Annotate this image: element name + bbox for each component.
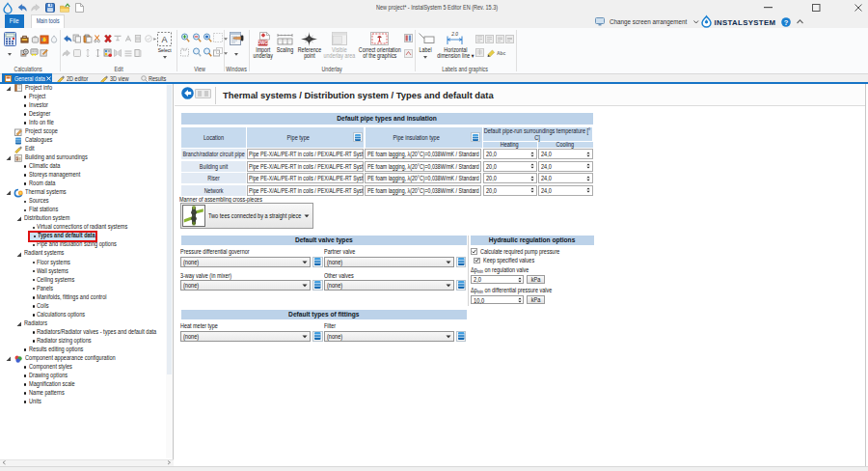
svg-text:A: A xyxy=(161,35,167,44)
svg-text:DWG: DWG xyxy=(258,41,268,45)
svg-text:?: ? xyxy=(784,18,789,27)
svg-text:2.0: 2.0 xyxy=(450,32,458,37)
